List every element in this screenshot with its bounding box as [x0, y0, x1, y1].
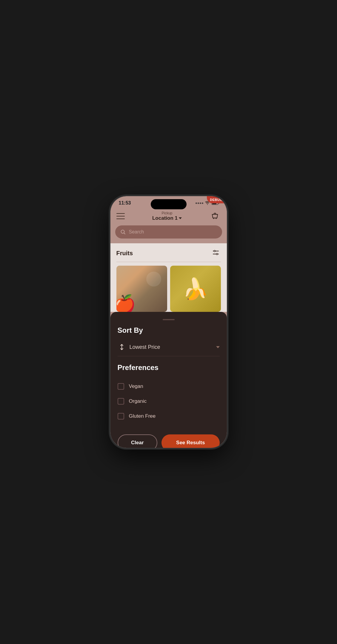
chevron-down-icon: [179, 217, 182, 219]
app-header: Pickup Location 1: [110, 208, 227, 225]
header-center: Pickup Location 1: [152, 211, 182, 221]
vegan-label: Vegan: [129, 383, 143, 389]
organic-label: Organic: [129, 398, 147, 404]
basket-icon: [211, 212, 219, 220]
search-input[interactable]: Search: [129, 229, 144, 235]
fruits-title: Fruits: [116, 250, 133, 257]
organic-checkbox[interactable]: [118, 398, 124, 405]
clear-button[interactable]: Clear: [118, 434, 158, 448]
search-icon: [120, 229, 126, 235]
sort-option-row[interactable]: Lowest Price: [118, 340, 220, 356]
apple-product-image: [116, 266, 167, 312]
location-name: Location 1: [152, 215, 178, 221]
search-bar[interactable]: Search: [115, 225, 222, 239]
signal-dots: [196, 202, 203, 204]
location-row[interactable]: Location 1: [152, 215, 182, 221]
filter-button[interactable]: [211, 247, 221, 259]
pref-item-gluten-free[interactable]: Gluten Free: [118, 409, 220, 424]
preferences-title: Preferences: [118, 363, 220, 372]
svg-line-3: [124, 233, 125, 234]
svg-point-7: [216, 253, 218, 255]
sort-arrows-icon: [118, 343, 126, 351]
status-time: 11:53: [119, 200, 131, 206]
see-results-button[interactable]: See Results: [161, 434, 220, 448]
product-card-apple[interactable]: [116, 266, 167, 312]
dynamic-island: [151, 199, 187, 209]
sort-divider: [118, 356, 220, 356]
sheet-handle: [163, 319, 175, 320]
pref-item-vegan[interactable]: Vegan: [118, 379, 220, 394]
pickup-label: Pickup: [152, 211, 182, 215]
fruits-section: Fruits: [110, 243, 227, 312]
product-row: 🍌: [116, 266, 221, 312]
menu-button[interactable]: [116, 213, 125, 219]
svg-point-0: [213, 218, 214, 219]
bottom-actions: Clear See Results: [118, 434, 220, 448]
vegan-checkbox[interactable]: [118, 383, 124, 390]
sort-chevron-icon: [216, 346, 220, 348]
debug-badge: DEBUG: [207, 196, 227, 203]
product-card-banana[interactable]: 🍌: [170, 266, 221, 312]
basket-button[interactable]: [209, 210, 221, 222]
sort-label: Lowest Price: [130, 344, 213, 350]
pref-item-organic[interactable]: Organic: [118, 394, 220, 409]
svg-point-6: [214, 250, 215, 252]
banana-product-image: 🍌: [170, 266, 221, 312]
gluten-free-label: Gluten Free: [129, 413, 156, 419]
filter-sliders-icon: [212, 249, 220, 256]
svg-point-1: [216, 218, 217, 219]
gluten-free-checkbox[interactable]: [118, 413, 124, 419]
fruits-divider: [116, 262, 221, 262]
sort-by-title: Sort By: [118, 326, 220, 335]
bottom-sheet: Sort By Lowest Price Preferences Vegan: [110, 312, 227, 448]
